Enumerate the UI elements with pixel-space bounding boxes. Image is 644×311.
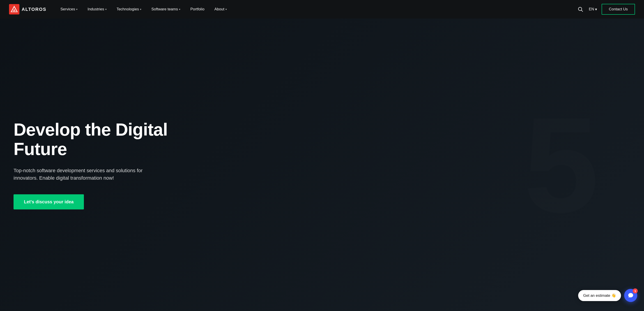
chat-badge: 1 [633, 288, 638, 293]
chevron-down-icon: ▾ [595, 7, 597, 12]
nav-industries[interactable]: Industries ▾ [82, 0, 112, 19]
floating-widgets: Get an estimate 👋 1 [578, 289, 637, 302]
contact-us-button[interactable]: Contact Us [602, 4, 635, 15]
chevron-down-icon: ▾ [76, 8, 78, 11]
chevron-down-icon: ▾ [140, 8, 142, 11]
chat-button[interactable]: 1 [624, 289, 637, 302]
hero-content: Develop the Digital Future Top-notch sof… [0, 102, 203, 228]
search-button[interactable] [576, 6, 584, 13]
chevron-down-icon: ▾ [179, 8, 180, 11]
svg-point-5 [578, 7, 582, 11]
chevron-down-icon: ▾ [226, 8, 227, 11]
hero-section: 5 Develop the Digital Future Top-notch s… [0, 19, 644, 311]
nav-links: Services ▾ Industries ▾ Technologies ▾ S… [56, 0, 576, 19]
nav-services[interactable]: Services ▾ [56, 0, 82, 19]
nav-about[interactable]: About ▾ [210, 0, 232, 19]
hero-title: Develop the Digital Future [14, 120, 190, 159]
nav-right: EN ▾ Contact Us [576, 4, 635, 15]
chat-icon [628, 292, 634, 298]
hero-background-shape: 5 [524, 97, 599, 232]
hero-cta-button[interactable]: Let's discuss your idea [14, 194, 84, 209]
nav-software-teams[interactable]: Software teams ▾ [146, 0, 185, 19]
svg-text:ALTOROS: ALTOROS [22, 7, 46, 12]
language-selector[interactable]: EN ▾ [589, 7, 597, 12]
estimate-button[interactable]: Get an estimate 👋 [578, 290, 621, 301]
search-icon [578, 7, 583, 12]
logo[interactable]: ALTOROS [9, 4, 46, 15]
nav-technologies[interactable]: Technologies ▾ [112, 0, 146, 19]
hero-subtitle: Top-notch software development services … [14, 167, 153, 182]
chevron-down-icon: ▾ [105, 8, 107, 11]
svg-line-6 [582, 10, 583, 12]
main-navigation: ALTOROS Services ▾ Industries ▾ Technolo… [0, 0, 644, 19]
nav-portfolio[interactable]: Portfolio [185, 0, 209, 19]
